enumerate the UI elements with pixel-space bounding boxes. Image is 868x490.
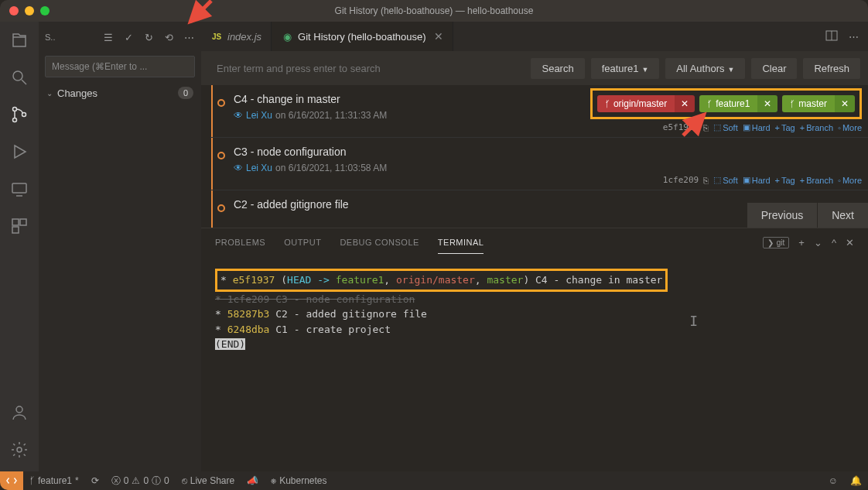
close-window[interactable] (9, 6, 19, 15)
notifications-icon[interactable]: 🔔 (844, 475, 868, 486)
commit-actions: 1cfe209 ⎘ ⬚Soft ▣Hard +Tag +Branch ◦More (663, 175, 862, 185)
panel-tabs: PROBLEMS OUTPUT DEBUG CONSOLE TERMINAL ❯… (201, 228, 868, 256)
annotation-arrow (679, 108, 710, 139)
terminal-shell-label[interactable]: ❯ git (763, 237, 790, 248)
titlebar: Git History (hello-boathouse) — hello-bo… (0, 0, 868, 22)
refresh-button[interactable]: Refresh (803, 58, 860, 79)
info-icon: ⓘ (152, 475, 161, 488)
terminal-output[interactable]: * e5f1937 (HEAD -> feature1, origin/mast… (201, 256, 868, 471)
branch-button[interactable]: +Branch (800, 176, 833, 185)
soft-reset-button[interactable]: ⬚Soft (713, 175, 738, 185)
search-icon[interactable] (10, 68, 29, 87)
traffic-lights (9, 6, 50, 15)
svg-rect-9 (12, 227, 19, 233)
branch-icon: ᚶ (605, 99, 610, 108)
copy-hash-icon[interactable]: ⎘ (703, 176, 709, 185)
refresh-icon[interactable]: ↻ (142, 32, 155, 43)
new-terminal-icon[interactable]: + (798, 237, 805, 248)
scm-sidebar: S.. ☰ ✓ ↻ ⟲ ⋯ Message (⌘Enter to ... ⌄ C… (39, 22, 201, 471)
authors-filter-button[interactable]: All Authors▼ (665, 58, 745, 79)
soft-reset-button[interactable]: ⬚Soft (713, 122, 738, 132)
panel-tab-terminal[interactable]: TERMINAL (438, 231, 484, 254)
search-button[interactable]: Search (531, 58, 584, 79)
problems-indicator[interactable]: ⓧ0 ⚠0 ⓘ0 (105, 471, 176, 490)
branch-filter-button[interactable]: feature1▼ (591, 58, 660, 79)
branch-button[interactable]: +Branch (800, 123, 833, 132)
hard-reset-button[interactable]: ▣Hard (743, 122, 771, 132)
eye-icon: 👁 (234, 163, 243, 173)
panel-tab-problems[interactable]: PROBLEMS (215, 231, 265, 253)
text-cursor-icon: 𝙸 (689, 310, 698, 331)
tab-label: index.js (227, 31, 261, 43)
scm-title: S.. (45, 33, 55, 42)
commit-dot (217, 99, 225, 107)
chevron-down-icon: ⌄ (46, 89, 53, 98)
previous-button[interactable]: Previous (747, 203, 817, 228)
feedback-button[interactable]: 📣 (241, 471, 265, 490)
kubernetes-icon: ⎈ (271, 475, 276, 486)
feedback-smiley-icon[interactable]: ☺ (822, 475, 844, 486)
run-debug-icon[interactable] (10, 142, 29, 161)
commit-hash: 1cfe209 (663, 175, 699, 185)
split-editor-icon[interactable] (825, 29, 838, 44)
clear-button[interactable]: Clear (751, 58, 797, 79)
accounts-icon[interactable] (10, 403, 29, 422)
scm-header: S.. ☰ ✓ ↻ ⟲ ⋯ (39, 22, 201, 53)
live-share-button[interactable]: ⎋Live Share (176, 471, 241, 490)
terminal-dropdown-icon[interactable]: ⌄ (814, 237, 822, 248)
panel-tab-debug[interactable]: DEBUG CONSOLE (340, 231, 419, 253)
svg-line-1 (22, 80, 26, 84)
commit-dot (217, 152, 225, 159)
live-share-icon: ⎋ (182, 475, 187, 486)
next-button[interactable]: Next (817, 203, 868, 228)
source-control-icon[interactable] (10, 105, 29, 124)
commit-row[interactable]: C3 - node configuration 👁 Lei Xu on 6/16… (210, 138, 868, 190)
undo-icon[interactable]: ⟲ (162, 32, 175, 43)
search-input[interactable] (209, 57, 525, 81)
commit-list: ᚶorigin/master ✕ ᚶfeature1 ✕ ᚶmaster ✕ (201, 85, 868, 228)
more-button[interactable]: ◦More (838, 176, 862, 185)
more-button[interactable]: ◦More (838, 123, 862, 132)
branch-tag-master: ᚶmaster ✕ (782, 95, 855, 112)
tag-button[interactable]: +Tag (775, 176, 795, 185)
branch-tags-highlighted: ᚶorigin/master ✕ ᚶfeature1 ✕ ᚶmaster ✕ (590, 88, 862, 119)
tag-button[interactable]: +Tag (775, 123, 795, 132)
settings-icon[interactable] (10, 440, 29, 459)
kubernetes-button[interactable]: ⎈Kubernetes (265, 471, 333, 490)
minimize-window[interactable] (25, 6, 34, 15)
js-file-icon: JS (210, 30, 223, 43)
maximize-panel-icon[interactable]: ^ (832, 237, 836, 248)
remove-tag-icon[interactable]: ✕ (757, 95, 777, 112)
close-tab-icon[interactable]: ✕ (434, 30, 443, 43)
maximize-window[interactable] (40, 6, 50, 15)
explorer-icon[interactable] (10, 31, 29, 50)
more-actions-icon[interactable]: ⋯ (183, 32, 195, 43)
view-as-tree-icon[interactable]: ☰ (102, 32, 114, 43)
sync-indicator[interactable]: ⟳ (85, 471, 105, 490)
remove-tag-icon[interactable]: ✕ (835, 95, 855, 112)
git-history-icon: ◉ (281, 30, 293, 43)
hard-reset-button[interactable]: ▣Hard (743, 175, 771, 185)
commit-message-input[interactable]: Message (⌘Enter to ... (45, 56, 195, 77)
extensions-icon[interactable] (10, 217, 29, 235)
tab-label: Git History (hello-boathouse) (298, 31, 425, 43)
error-icon: ⓧ (111, 475, 121, 488)
panel-tab-output[interactable]: OUTPUT (284, 231, 321, 253)
changes-section[interactable]: ⌄ Changes 0 (39, 84, 201, 102)
git-history-toolbar: Search feature1▼ All Authors▼ Clear Refr… (201, 51, 868, 85)
remote-indicator[interactable] (0, 471, 23, 490)
pager: Previous Next (747, 203, 868, 228)
svg-line-14 (683, 115, 704, 135)
bottom-panel: PROBLEMS OUTPUT DEBUG CONSOLE TERMINAL ❯… (201, 228, 868, 471)
more-tab-actions-icon[interactable]: ⋯ (849, 31, 859, 43)
svg-line-15 (190, 1, 211, 22)
status-bar: ᚶfeature1* ⟳ ⓧ0 ⚠0 ⓘ0 ⎋Live Share 📣 ⎈Kub… (0, 471, 868, 490)
window-title: Git History (hello-boathouse) — hello-bo… (335, 5, 534, 16)
remote-explorer-icon[interactable] (10, 180, 29, 198)
branch-indicator[interactable]: ᚶfeature1* (23, 471, 85, 490)
tab-git-history[interactable]: ◉ Git History (hello-boathouse) ✕ (272, 22, 453, 51)
commit-icon[interactable]: ✓ (122, 32, 135, 43)
activity-bar (0, 22, 39, 471)
close-panel-icon[interactable]: ✕ (846, 237, 854, 248)
editor-area: JS index.js ◉ Git History (hello-boathou… (201, 22, 868, 471)
